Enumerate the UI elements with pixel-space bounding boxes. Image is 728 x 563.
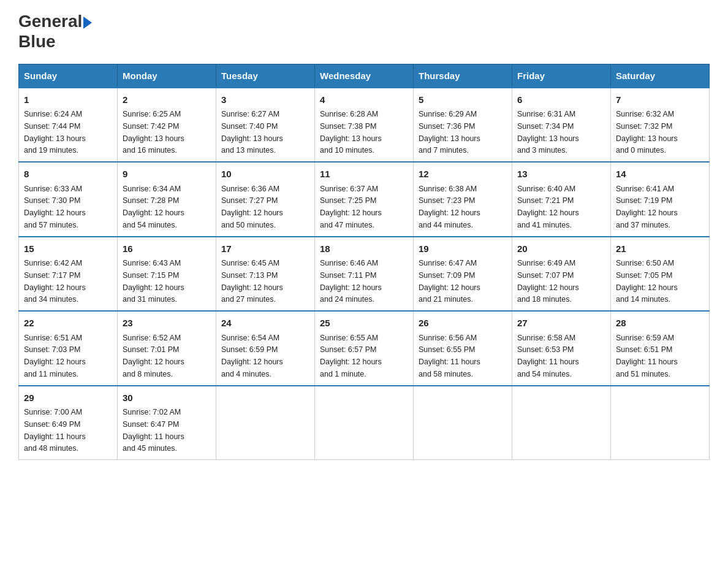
day-info: Sunrise: 6:47 AM Sunset: 7:09 PM Dayligh… xyxy=(419,259,480,304)
weekday-header-sunday: Sunday xyxy=(19,64,118,88)
day-number: 9 xyxy=(123,167,211,182)
day-number: 25 xyxy=(320,316,408,331)
day-info: Sunrise: 6:24 AM Sunset: 7:44 PM Dayligh… xyxy=(24,110,86,155)
calendar-cell: 4Sunrise: 6:28 AM Sunset: 7:38 PM Daylig… xyxy=(315,88,414,163)
day-number: 2 xyxy=(123,93,211,107)
calendar-cell: 26Sunrise: 6:56 AM Sunset: 6:55 PM Dayli… xyxy=(414,311,512,386)
day-number: 21 xyxy=(616,242,704,256)
calendar-cell: 29Sunrise: 7:00 AM Sunset: 6:49 PM Dayli… xyxy=(19,386,118,460)
weekday-header-thursday: Thursday xyxy=(414,64,512,88)
calendar-cell: 19Sunrise: 6:47 AM Sunset: 7:09 PM Dayli… xyxy=(414,237,512,312)
day-number: 17 xyxy=(221,242,309,256)
day-info: Sunrise: 6:25 AM Sunset: 7:42 PM Dayligh… xyxy=(123,110,184,155)
day-info: Sunrise: 6:36 AM Sunset: 7:27 PM Dayligh… xyxy=(221,185,283,229)
day-info: Sunrise: 6:41 AM Sunset: 7:19 PM Dayligh… xyxy=(616,185,678,229)
day-number: 20 xyxy=(517,242,605,256)
day-info: Sunrise: 7:00 AM Sunset: 6:49 PM Dayligh… xyxy=(24,408,86,453)
day-number: 16 xyxy=(123,242,211,256)
calendar-cell: 14Sunrise: 6:41 AM Sunset: 7:19 PM Dayli… xyxy=(611,162,710,237)
weekday-header-saturday: Saturday xyxy=(611,64,710,88)
day-info: Sunrise: 6:54 AM Sunset: 6:59 PM Dayligh… xyxy=(221,334,283,378)
weekday-header-wednesday: Wednesday xyxy=(315,64,414,88)
logo: General Blue xyxy=(18,12,92,52)
day-info: Sunrise: 6:50 AM Sunset: 7:05 PM Dayligh… xyxy=(616,259,678,304)
day-number: 24 xyxy=(221,316,309,331)
day-info: Sunrise: 6:40 AM Sunset: 7:21 PM Dayligh… xyxy=(517,185,579,229)
calendar-cell: 15Sunrise: 6:42 AM Sunset: 7:17 PM Dayli… xyxy=(19,237,118,312)
day-info: Sunrise: 6:28 AM Sunset: 7:38 PM Dayligh… xyxy=(320,110,382,155)
day-number: 15 xyxy=(24,242,112,256)
day-info: Sunrise: 6:45 AM Sunset: 7:13 PM Dayligh… xyxy=(221,259,283,304)
day-info: Sunrise: 7:02 AM Sunset: 6:47 PM Dayligh… xyxy=(123,408,184,453)
day-info: Sunrise: 6:59 AM Sunset: 6:51 PM Dayligh… xyxy=(616,334,678,378)
logo-arrow-icon xyxy=(83,17,92,29)
calendar-cell: 16Sunrise: 6:43 AM Sunset: 7:15 PM Dayli… xyxy=(118,237,216,312)
day-number: 4 xyxy=(320,93,408,107)
day-number: 29 xyxy=(24,391,112,405)
calendar-cell: 12Sunrise: 6:38 AM Sunset: 7:23 PM Dayli… xyxy=(414,162,512,237)
calendar-cell: 21Sunrise: 6:50 AM Sunset: 7:05 PM Dayli… xyxy=(611,237,710,312)
day-info: Sunrise: 6:27 AM Sunset: 7:40 PM Dayligh… xyxy=(221,110,283,155)
calendar-cell: 23Sunrise: 6:52 AM Sunset: 7:01 PM Dayli… xyxy=(118,311,216,386)
calendar-cell: 5Sunrise: 6:29 AM Sunset: 7:36 PM Daylig… xyxy=(414,88,512,163)
weekday-header-friday: Friday xyxy=(512,64,611,88)
day-number: 12 xyxy=(419,167,507,182)
day-number: 13 xyxy=(517,167,605,182)
day-info: Sunrise: 6:31 AM Sunset: 7:34 PM Dayligh… xyxy=(517,110,579,155)
calendar-cell: 27Sunrise: 6:58 AM Sunset: 6:53 PM Dayli… xyxy=(512,311,611,386)
day-number: 14 xyxy=(616,167,704,182)
calendar-cell: 20Sunrise: 6:49 AM Sunset: 7:07 PM Dayli… xyxy=(512,237,611,312)
day-info: Sunrise: 6:55 AM Sunset: 6:57 PM Dayligh… xyxy=(320,334,382,378)
calendar-cell: 13Sunrise: 6:40 AM Sunset: 7:21 PM Dayli… xyxy=(512,162,611,237)
calendar-cell: 24Sunrise: 6:54 AM Sunset: 6:59 PM Dayli… xyxy=(216,311,315,386)
day-number: 1 xyxy=(24,93,112,107)
day-number: 26 xyxy=(419,316,507,331)
day-info: Sunrise: 6:56 AM Sunset: 6:55 PM Dayligh… xyxy=(419,334,480,378)
calendar-cell: 25Sunrise: 6:55 AM Sunset: 6:57 PM Dayli… xyxy=(315,311,414,386)
calendar-cell: 1Sunrise: 6:24 AM Sunset: 7:44 PM Daylig… xyxy=(19,88,118,163)
weekday-header-row: SundayMondayTuesdayWednesdayThursdayFrid… xyxy=(19,64,710,88)
weekday-header-monday: Monday xyxy=(118,64,216,88)
calendar-table: SundayMondayTuesdayWednesdayThursdayFrid… xyxy=(18,64,710,461)
calendar-week-row: 22Sunrise: 6:51 AM Sunset: 7:03 PM Dayli… xyxy=(19,311,710,386)
day-info: Sunrise: 6:46 AM Sunset: 7:11 PM Dayligh… xyxy=(320,259,382,304)
calendar-cell: 2Sunrise: 6:25 AM Sunset: 7:42 PM Daylig… xyxy=(118,88,216,163)
calendar-cell: 22Sunrise: 6:51 AM Sunset: 7:03 PM Dayli… xyxy=(19,311,118,386)
calendar-cell xyxy=(216,386,315,460)
calendar-cell: 6Sunrise: 6:31 AM Sunset: 7:34 PM Daylig… xyxy=(512,88,611,163)
day-info: Sunrise: 6:38 AM Sunset: 7:23 PM Dayligh… xyxy=(419,185,480,229)
day-info: Sunrise: 6:51 AM Sunset: 7:03 PM Dayligh… xyxy=(24,334,86,378)
calendar-cell: 18Sunrise: 6:46 AM Sunset: 7:11 PM Dayli… xyxy=(315,237,414,312)
day-info: Sunrise: 6:58 AM Sunset: 6:53 PM Dayligh… xyxy=(517,334,579,378)
day-number: 23 xyxy=(123,316,211,331)
calendar-cell: 28Sunrise: 6:59 AM Sunset: 6:51 PM Dayli… xyxy=(611,311,710,386)
calendar-cell: 7Sunrise: 6:32 AM Sunset: 7:32 PM Daylig… xyxy=(611,88,710,163)
calendar-cell: 3Sunrise: 6:27 AM Sunset: 7:40 PM Daylig… xyxy=(216,88,315,163)
weekday-header-tuesday: Tuesday xyxy=(216,64,315,88)
calendar-cell: 17Sunrise: 6:45 AM Sunset: 7:13 PM Dayli… xyxy=(216,237,315,312)
calendar-cell: 8Sunrise: 6:33 AM Sunset: 7:30 PM Daylig… xyxy=(19,162,118,237)
day-info: Sunrise: 6:42 AM Sunset: 7:17 PM Dayligh… xyxy=(24,259,86,304)
day-number: 3 xyxy=(221,93,309,107)
day-number: 30 xyxy=(123,391,211,405)
logo-text-blue: Blue xyxy=(18,33,56,52)
calendar-cell xyxy=(512,386,611,460)
day-number: 7 xyxy=(616,93,704,107)
day-number: 8 xyxy=(24,167,112,182)
day-number: 28 xyxy=(616,316,704,331)
day-number: 19 xyxy=(419,242,507,256)
page-header: General Blue xyxy=(18,12,710,52)
day-info: Sunrise: 6:49 AM Sunset: 7:07 PM Dayligh… xyxy=(517,259,579,304)
calendar-week-row: 8Sunrise: 6:33 AM Sunset: 7:30 PM Daylig… xyxy=(19,162,710,237)
calendar-cell xyxy=(414,386,512,460)
day-info: Sunrise: 6:34 AM Sunset: 7:28 PM Dayligh… xyxy=(123,185,184,229)
day-info: Sunrise: 6:43 AM Sunset: 7:15 PM Dayligh… xyxy=(123,259,184,304)
day-info: Sunrise: 6:37 AM Sunset: 7:25 PM Dayligh… xyxy=(320,185,382,229)
logo-text-general: General xyxy=(18,12,82,31)
day-number: 10 xyxy=(221,167,309,182)
day-number: 27 xyxy=(517,316,605,331)
day-info: Sunrise: 6:32 AM Sunset: 7:32 PM Dayligh… xyxy=(616,110,678,155)
calendar-week-row: 29Sunrise: 7:00 AM Sunset: 6:49 PM Dayli… xyxy=(19,386,710,460)
calendar-cell xyxy=(611,386,710,460)
calendar-cell: 30Sunrise: 7:02 AM Sunset: 6:47 PM Dayli… xyxy=(118,386,216,460)
